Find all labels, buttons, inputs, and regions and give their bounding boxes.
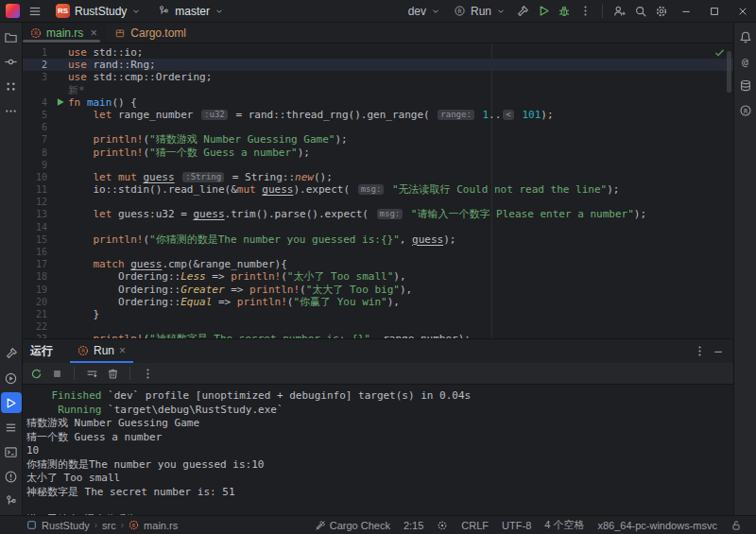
- code-text: println!("猜数游戏 Number Guessing Game");: [68, 133, 733, 146]
- soft-wrap-button[interactable]: [82, 365, 101, 382]
- ai-assistant-button[interactable]: @: [735, 51, 756, 72]
- right-toolwindow-stripe: @ R: [733, 23, 756, 515]
- play-icon: [538, 5, 550, 17]
- window-minimize-button[interactable]: [673, 0, 699, 23]
- code-line: 22: [23, 320, 733, 333]
- vcs-branch-widget[interactable]: master: [152, 3, 230, 20]
- services-toolwindow-button[interactable]: [1, 368, 22, 388]
- code-line: 3use std::cmp::Ordering;: [23, 71, 733, 83]
- run-button[interactable]: [534, 2, 553, 21]
- breadcrumb-file[interactable]: main.rs: [144, 520, 178, 531]
- kebab-menu-icon: [142, 368, 154, 380]
- unlock-icon: [730, 520, 742, 531]
- console-options-button[interactable]: [138, 365, 157, 382]
- cargo-check-widget[interactable]: Cargo Check: [308, 516, 397, 534]
- run-tab-close-icon[interactable]: ×: [119, 344, 126, 357]
- run-tab[interactable]: R Run ×: [70, 339, 133, 363]
- code-line: 16: [23, 246, 733, 258]
- terminal-toolwindow-button[interactable]: [1, 441, 22, 462]
- highlighting-level-widget[interactable]: [430, 516, 455, 534]
- line-separator-widget[interactable]: CRLF: [455, 516, 495, 534]
- gear-icon: [655, 5, 668, 18]
- left-toolwindow-stripe: [0, 23, 23, 515]
- project-widget[interactable]: RS RustStudy: [50, 2, 146, 20]
- code-text: [68, 196, 733, 208]
- gutter: [53, 296, 68, 308]
- console-line: 10: [26, 444, 733, 458]
- readonly-toggle[interactable]: [724, 516, 748, 534]
- code-line: 23 println!("神秘数字是 The secret number is:…: [23, 333, 733, 338]
- clear-all-button[interactable]: [103, 365, 122, 382]
- cargo-toolwindow-button[interactable]: R: [735, 100, 756, 121]
- breadcrumb-project[interactable]: RustStudy: [42, 520, 90, 531]
- app-logo-icon: [6, 4, 20, 18]
- line-number: 10: [23, 171, 53, 183]
- console-line: Finished `dev` profile [unoptimized + de…: [26, 389, 733, 404]
- code-line: 9: [23, 159, 733, 171]
- project-toolwindow-button[interactable]: [1, 26, 22, 47]
- tab-close-icon[interactable]: ×: [88, 26, 99, 40]
- breadcrumb-src[interactable]: src: [102, 520, 116, 531]
- run-panel-hide-button[interactable]: [709, 342, 728, 361]
- line-number: 15: [23, 233, 53, 246]
- window-close-button[interactable]: [730, 0, 756, 23]
- statusbar: RustStudy › src › R main.rs Cargo Check …: [0, 515, 756, 534]
- run-gutter-icon[interactable]: [53, 96, 68, 109]
- rust-file-icon: R: [30, 27, 42, 39]
- svg-text:@: @: [742, 56, 748, 68]
- code-with-me-button[interactable]: [610, 2, 629, 21]
- indent-widget[interactable]: 4 个空格: [538, 516, 591, 534]
- rerun-button[interactable]: [26, 365, 45, 382]
- notifications-button[interactable]: [735, 26, 756, 47]
- caret-position-widget[interactable]: 2:15: [397, 516, 430, 534]
- problems-toolwindow-button[interactable]: [1, 466, 22, 487]
- line-number: 7: [23, 133, 53, 146]
- breadcrumb[interactable]: RustStudy › src › R main.rs: [26, 520, 178, 531]
- commit-toolwindow-button[interactable]: [1, 51, 22, 72]
- tab-scrollbar[interactable]: [23, 40, 100, 43]
- tab-cargo-toml[interactable]: Cargo.toml: [107, 23, 194, 43]
- build-button[interactable]: [513, 2, 532, 21]
- main-menu-button[interactable]: [26, 2, 44, 21]
- window-maximize-button[interactable]: [701, 0, 728, 23]
- run-configuration-selector[interactable]: R Run: [448, 3, 511, 20]
- run-panel-options-button[interactable]: [690, 342, 709, 361]
- hammer-icon: [5, 347, 18, 360]
- code-text: Ordering::Less => println!("太小了 Too smal…: [68, 270, 733, 283]
- code-editor[interactable]: 1use std::io;2use rand::Rng;3use std::cm…: [23, 43, 733, 338]
- run-toolwindow: 运行 R Run ×: [23, 338, 733, 515]
- code-line: 19 Ordering::Greater => println!("太大了 To…: [23, 284, 733, 296]
- build-toolwindow-button[interactable]: [1, 343, 22, 364]
- code-text: io::stdin().read_line(&mut guess).expect…: [68, 183, 733, 196]
- cargo-icon: [114, 27, 126, 39]
- more-actions-button[interactable]: [576, 2, 594, 21]
- stop-button[interactable]: [47, 365, 66, 382]
- inspections-gear-icon: [437, 520, 448, 531]
- settings-button[interactable]: [652, 2, 671, 21]
- profile-selector[interactable]: dev: [403, 3, 446, 20]
- run-toolwindow-button[interactable]: [1, 392, 22, 413]
- editor-scrollbar[interactable]: [727, 51, 731, 93]
- todo-toolwindow-button[interactable]: [1, 417, 22, 438]
- database-toolwindow-button[interactable]: [735, 76, 756, 96]
- structure-icon: [4, 79, 18, 94]
- line-number: 12: [23, 196, 53, 208]
- code-text: Ordering::Equal => println!("你赢了 You win…: [68, 296, 733, 308]
- encoding-widget[interactable]: UTF-8: [495, 516, 538, 534]
- toolchain-target-widget[interactable]: x86_64-pc-windows-msvc: [591, 516, 724, 534]
- run-console-output[interactable]: Finished `dev` profile [unoptimized + de…: [23, 385, 733, 515]
- titlebar: RS RustStudy master dev R Run: [0, 0, 756, 23]
- structure-toolwindow-button[interactable]: [1, 76, 22, 96]
- soft-wrap-icon: [86, 368, 98, 380]
- more-toolwindows-button[interactable]: [1, 100, 22, 121]
- git-toolwindow-button[interactable]: [1, 491, 22, 511]
- more-horizontal-icon: [4, 104, 18, 118]
- inspections-ok-icon[interactable]: [713, 46, 726, 59]
- hamburger-icon: [28, 5, 42, 18]
- code-text: [68, 221, 733, 233]
- search-everywhere-button[interactable]: [631, 2, 650, 21]
- code-text: let guess:u32 = guess.trim().parse().exp…: [68, 208, 733, 220]
- debug-button[interactable]: [555, 2, 574, 21]
- code-line: 21 }: [23, 308, 733, 320]
- branch-name: master: [175, 5, 210, 18]
